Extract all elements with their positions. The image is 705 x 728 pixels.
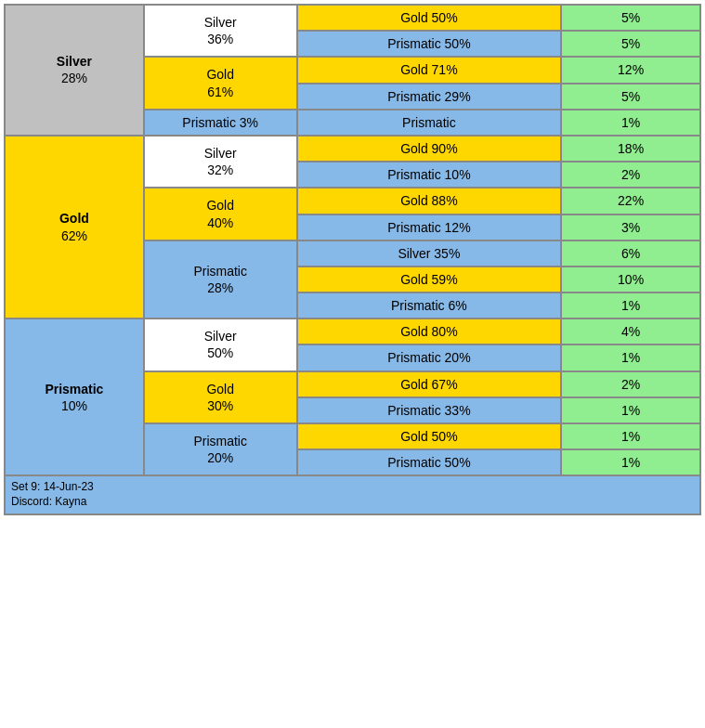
pct-cell: 10% xyxy=(561,266,700,292)
tier3-cell: Gold 59% xyxy=(297,266,562,292)
pct-cell: 12% xyxy=(561,57,700,83)
tier3-cell: Prismatic 10% xyxy=(297,162,562,188)
pct-cell: 1% xyxy=(561,292,700,318)
pct-cell: 1% xyxy=(561,449,700,475)
tier3-cell: Gold 50% xyxy=(297,5,562,31)
pct-cell: 1% xyxy=(561,110,700,136)
pct-cell: 1% xyxy=(561,344,700,370)
pct-cell: 4% xyxy=(561,318,700,344)
tier3-cell: Silver 35% xyxy=(297,240,562,266)
tier3-cell: Prismatic 50% xyxy=(297,449,562,475)
tier3-cell: Prismatic 12% xyxy=(297,214,562,240)
tier2-cell: Prismatic 3% xyxy=(144,110,297,136)
main-table: Silver28%Silver36%Gold 50%5%Prismatic 50… xyxy=(4,4,701,515)
footer-row: Set 9: 14-Jun-23Discord: Kayna xyxy=(5,475,700,514)
tier2-cell: Silver32% xyxy=(144,136,297,188)
tier3-cell: Prismatic xyxy=(297,110,562,136)
table-row: Silver28%Silver36%Gold 50%5% xyxy=(5,5,700,31)
tier2-cell: Gold30% xyxy=(144,371,297,423)
pct-cell: 2% xyxy=(561,162,700,188)
table-row: Gold62%Silver32%Gold 90%18% xyxy=(5,136,700,162)
tier2-cell: Gold40% xyxy=(144,188,297,240)
pct-cell: 2% xyxy=(561,371,700,397)
tier3-cell: Prismatic 33% xyxy=(297,397,562,423)
tier3-cell: Prismatic 29% xyxy=(297,84,562,110)
tier2-cell: Silver50% xyxy=(144,318,297,370)
tier3-cell: Gold 67% xyxy=(297,371,562,397)
pct-cell: 18% xyxy=(561,136,700,162)
tier3-cell: Prismatic 50% xyxy=(297,31,562,57)
tier3-cell: Gold 80% xyxy=(297,318,562,344)
pct-cell: 3% xyxy=(561,214,700,240)
tier3-cell: Gold 71% xyxy=(297,57,562,83)
footer-cell: Set 9: 14-Jun-23Discord: Kayna xyxy=(5,475,700,514)
tier2-cell: Prismatic20% xyxy=(144,423,297,475)
tier2-cell: Prismatic28% xyxy=(144,240,297,319)
tier2-cell: Silver36% xyxy=(144,5,297,57)
table-wrapper: Silver28%Silver36%Gold 50%5%Prismatic 50… xyxy=(0,0,705,519)
tier1-cell: Gold62% xyxy=(5,136,144,318)
pct-cell: 1% xyxy=(561,423,700,449)
pct-cell: 5% xyxy=(561,31,700,57)
tier2-cell: Gold61% xyxy=(144,57,297,109)
tier3-cell: Gold 88% xyxy=(297,188,562,214)
pct-cell: 6% xyxy=(561,240,700,266)
tier3-cell: Prismatic 6% xyxy=(297,292,562,318)
pct-cell: 1% xyxy=(561,397,700,423)
pct-cell: 22% xyxy=(561,188,700,214)
tier1-cell: Silver28% xyxy=(5,5,144,136)
tier1-cell: Prismatic10% xyxy=(5,318,144,475)
tier3-cell: Gold 50% xyxy=(297,423,562,449)
pct-cell: 5% xyxy=(561,5,700,31)
pct-cell: 5% xyxy=(561,84,700,110)
tier3-cell: Gold 90% xyxy=(297,136,562,162)
table-row: Prismatic10%Silver50%Gold 80%4% xyxy=(5,318,700,344)
tier3-cell: Prismatic 20% xyxy=(297,344,562,370)
